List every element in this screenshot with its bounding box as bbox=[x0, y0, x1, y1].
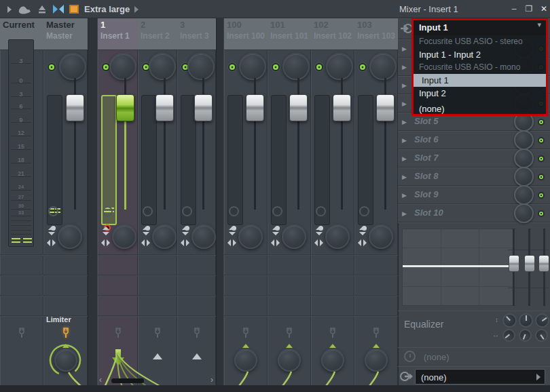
eq-high-level-knob[interactable] bbox=[532, 311, 550, 330]
mixer-zoom-label[interactable]: Extra large bbox=[84, 4, 130, 14]
slot-arrow-icon[interactable]: ▶ bbox=[402, 155, 407, 162]
mixer-strip[interactable]: 100 Insert 100 bbox=[224, 18, 268, 385]
enable-led-icon[interactable] bbox=[315, 63, 323, 71]
plug-icon[interactable] bbox=[192, 327, 202, 342]
clock-icon[interactable] bbox=[143, 206, 153, 216]
strip-header[interactable]: 1 Insert 1 bbox=[98, 18, 138, 50]
stereo-separation-knob[interactable] bbox=[58, 224, 82, 249]
slot-arrow-icon[interactable]: ▶ bbox=[402, 137, 407, 144]
volume-fader[interactable] bbox=[194, 94, 213, 121]
strip-header[interactable]: 3 Insert 3 bbox=[177, 18, 216, 50]
pan-knob[interactable] bbox=[369, 53, 397, 80]
strip-header[interactable]: 101 Insert 101 bbox=[268, 18, 311, 50]
slot-enable-led-icon[interactable] bbox=[538, 155, 545, 162]
route-to-this-track-icon[interactable] bbox=[153, 353, 162, 359]
plug-icon[interactable] bbox=[285, 327, 294, 342]
separation-updown-icon[interactable] bbox=[358, 227, 367, 235]
slot-arrow-icon[interactable]: ▶ bbox=[402, 64, 407, 71]
enable-led-icon[interactable] bbox=[359, 63, 367, 71]
pan-knob[interactable] bbox=[326, 53, 353, 80]
strip-header[interactable]: 100 Insert 100 bbox=[224, 18, 268, 50]
clock-icon[interactable] bbox=[182, 206, 192, 216]
send-knob[interactable] bbox=[321, 349, 344, 372]
plug-icon[interactable] bbox=[17, 327, 26, 342]
slot-mix-knob[interactable] bbox=[514, 167, 534, 187]
separation-leftright-icon[interactable] bbox=[101, 238, 110, 247]
plug-icon[interactable] bbox=[328, 327, 337, 342]
send-knob[interactable] bbox=[278, 349, 301, 372]
menu-arrow-icon[interactable] bbox=[5, 0, 14, 18]
separation-leftright-icon[interactable] bbox=[181, 238, 189, 247]
mixer-strip[interactable]: 1 Insert 1 bbox=[98, 18, 138, 385]
slot-mix-knob[interactable] bbox=[514, 130, 534, 150]
slot-enable-led-icon[interactable] bbox=[538, 210, 545, 217]
eq-high-freq-knob[interactable] bbox=[532, 326, 550, 344]
fx-slot-row[interactable]: ▶Slot 7 bbox=[398, 149, 550, 168]
send-knob[interactable] bbox=[234, 349, 257, 372]
eq-curve-display[interactable] bbox=[402, 229, 516, 306]
plug-icon[interactable] bbox=[241, 327, 251, 342]
pan-knob[interactable] bbox=[59, 53, 86, 80]
output-device-select[interactable]: (none) bbox=[415, 369, 545, 385]
fx-slot-row[interactable]: ▶Slot 10 bbox=[398, 204, 550, 222]
route-to-this-track-icon[interactable] bbox=[192, 353, 202, 359]
mixer-strip[interactable]: Current bbox=[0, 18, 43, 385]
separation-updown-icon[interactable] bbox=[271, 227, 280, 235]
slot-mix-knob[interactable] bbox=[514, 185, 534, 205]
separation-updown-icon[interactable] bbox=[181, 227, 189, 235]
stereo-separation-knob[interactable] bbox=[238, 224, 263, 249]
dropdown-item[interactable]: Input 1 - Input 2 bbox=[414, 48, 546, 61]
strip-header[interactable]: 2 Insert 2 bbox=[138, 18, 177, 50]
fx-slot-row[interactable]: ▶Slot 8 bbox=[398, 168, 550, 186]
scroll-right-icon[interactable]: › bbox=[210, 376, 213, 385]
enable-led-icon[interactable] bbox=[272, 63, 280, 71]
mixer-strip[interactable]: Master Master Limiter bbox=[43, 18, 88, 385]
time-offset-row[interactable]: (none) bbox=[398, 347, 550, 366]
pan-knob[interactable] bbox=[239, 53, 266, 80]
separation-leftright-icon[interactable] bbox=[271, 238, 280, 247]
close-button[interactable]: ✕ bbox=[538, 3, 550, 15]
volume-fader[interactable] bbox=[116, 94, 134, 121]
eq-mid-level-knob[interactable] bbox=[519, 313, 533, 328]
eq-band1-slider[interactable] bbox=[509, 255, 519, 272]
volume-fader[interactable] bbox=[66, 94, 84, 121]
plug-icon[interactable] bbox=[371, 327, 381, 342]
strip-header[interactable]: Master Master bbox=[43, 18, 88, 50]
stereo-separation-knob[interactable] bbox=[325, 224, 350, 249]
stereo-separation-knob[interactable] bbox=[282, 224, 306, 249]
slot-enable-led-icon[interactable] bbox=[538, 174, 545, 180]
dropdown-item[interactable]: Input 2 bbox=[414, 87, 546, 100]
pan-knob[interactable] bbox=[149, 53, 176, 80]
dropdown-caret-icon[interactable]: ▾ bbox=[537, 20, 541, 29]
strip-header[interactable]: 103 Insert 103 bbox=[354, 18, 398, 50]
clock-icon[interactable] bbox=[316, 206, 326, 216]
clock-icon[interactable] bbox=[272, 206, 282, 216]
separation-leftright-icon[interactable] bbox=[314, 238, 323, 247]
stereo-separation-knob[interactable] bbox=[369, 224, 393, 249]
zoom-next-icon[interactable] bbox=[133, 0, 140, 18]
send-knob[interactable] bbox=[54, 349, 77, 372]
scrollbar-thumb[interactable] bbox=[111, 378, 144, 383]
volume-fader[interactable] bbox=[246, 94, 264, 121]
eq-band3-slider[interactable] bbox=[538, 255, 549, 272]
send-knob[interactable] bbox=[365, 349, 388, 372]
slot-arrow-icon[interactable]: ▶ bbox=[402, 174, 407, 180]
slot-arrow-icon[interactable]: ▶ bbox=[402, 192, 407, 199]
mixer-strip[interactable]: 2 Insert 2 bbox=[138, 18, 177, 385]
enable-led-icon[interactable] bbox=[48, 63, 56, 71]
input-select-header[interactable]: Input 1 bbox=[414, 20, 546, 35]
volume-fader[interactable] bbox=[376, 94, 395, 121]
pan-knob[interactable] bbox=[187, 53, 215, 80]
mixer-strip[interactable]: 3 Insert 3 bbox=[177, 18, 216, 385]
slot-enable-led-icon[interactable] bbox=[538, 119, 545, 125]
mixer-view-icon[interactable] bbox=[16, 0, 34, 18]
stereo-separation-knob[interactable] bbox=[191, 224, 216, 249]
slot-mix-knob[interactable] bbox=[514, 203, 534, 223]
slot-mix-knob[interactable] bbox=[514, 149, 534, 168]
stereo-separation-knob[interactable] bbox=[152, 224, 177, 249]
volume-fader[interactable] bbox=[155, 94, 174, 121]
separation-updown-icon[interactable] bbox=[47, 227, 56, 235]
detach-icon[interactable] bbox=[36, 0, 48, 18]
slot-arrow-icon[interactable]: ▶ bbox=[402, 210, 407, 217]
separation-updown-icon[interactable] bbox=[314, 227, 323, 235]
